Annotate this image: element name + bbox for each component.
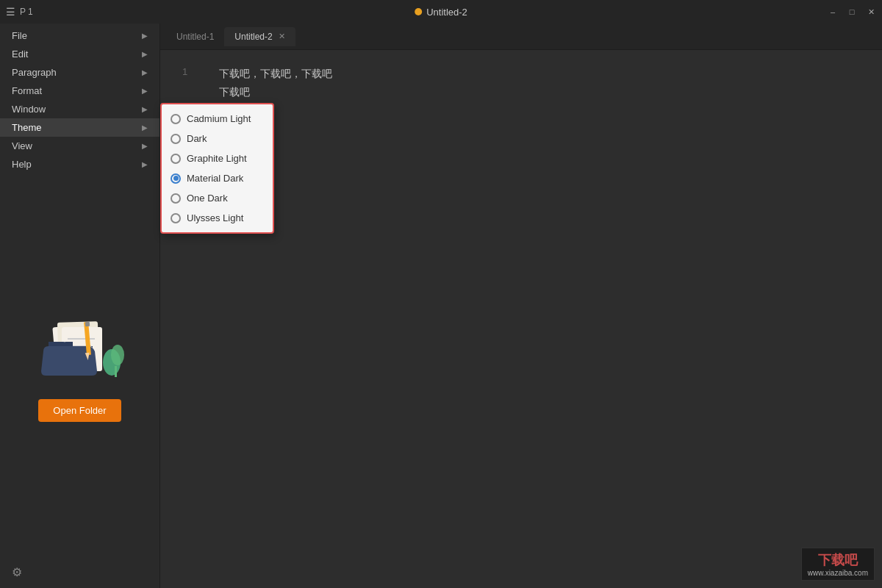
radio-one-dark [171, 193, 181, 204]
window-title-area: Untitled-2 [415, 7, 467, 18]
file-arrow-icon: ▶ [142, 32, 148, 40]
watermark-box: 下载吧 www.xiazaiba.com [801, 548, 875, 581]
view-arrow-icon: ▶ [142, 142, 148, 150]
menu-item-edit[interactable]: Edit ▶ [0, 45, 159, 63]
tab-bar: Untitled-1 Untitled-2 ✕ [160, 24, 882, 50]
format-arrow-icon: ▶ [142, 87, 148, 95]
title-dot [415, 8, 422, 15]
theme-submenu: Cadmium Light Dark Graphite Light Materi… [160, 103, 274, 234]
tab-1-label: Untitled-1 [176, 32, 214, 42]
menu-paragraph-label: Paragraph [12, 67, 57, 78]
editor-line-1: 下载吧，下载吧，下载吧 [219, 65, 838, 83]
tab-untitled-2[interactable]: Untitled-2 ✕ [224, 27, 295, 46]
menu-item-window[interactable]: Window ▶ [0, 100, 159, 118]
radio-material-dark [171, 173, 181, 184]
maximize-button[interactable]: □ [847, 7, 857, 17]
menu-item-help[interactable]: Help ▶ [0, 155, 159, 173]
window-title: Untitled-2 [426, 7, 467, 18]
editor-line-2: 下载吧 [219, 83, 838, 101]
theme-option-graphite-light[interactable]: Graphite Light [162, 148, 273, 168]
menu-item-paragraph[interactable]: Paragraph ▶ [0, 63, 159, 82]
main-layout: File ▶ Edit ▶ Paragraph ▶ Format ▶ Windo… [0, 24, 882, 588]
folder-illustration [32, 311, 128, 384]
theme-option-cadmium-light[interactable]: Cadmium Light [162, 109, 273, 129]
tab-2-close-icon[interactable]: ✕ [279, 32, 285, 41]
menu-format-label: Format [12, 85, 42, 96]
app-name: P 1 [20, 7, 33, 17]
theme-option-one-dark[interactable]: One Dark [162, 188, 273, 208]
app-name-area: ☰ P 1 [6, 6, 33, 18]
radio-ulysses-light [171, 213, 181, 223]
menu-file-label: File [12, 30, 27, 41]
theme-one-dark-label: One Dark [187, 193, 228, 204]
menu-bar: File ▶ Edit ▶ Paragraph ▶ Format ▶ Windo… [0, 24, 159, 176]
menu-item-format[interactable]: Format ▶ [0, 82, 159, 100]
minimize-button[interactable]: – [828, 7, 838, 17]
settings-icon[interactable]: ⚙ [12, 565, 22, 579]
tab-untitled-1[interactable]: Untitled-1 [166, 27, 224, 46]
open-folder-button[interactable]: Open Folder [38, 399, 121, 422]
svg-point-1 [111, 345, 124, 365]
menu-item-theme[interactable]: Theme ▶ [0, 118, 159, 137]
watermark-url: www.xiazaiba.com [808, 569, 868, 577]
edit-arrow-icon: ▶ [142, 50, 148, 58]
theme-dark-label: Dark [187, 133, 207, 144]
watermark-text: 下载吧 [818, 551, 858, 569]
menu-help-label: Help [12, 159, 32, 170]
svg-rect-2 [115, 366, 117, 377]
radio-graphite-light [171, 154, 181, 164]
menu-theme-label: Theme [12, 122, 41, 133]
title-bar: ☰ P 1 Untitled-2 – □ ✕ [0, 0, 882, 24]
theme-graphite-light-label: Graphite Light [187, 153, 247, 164]
radio-dark [171, 134, 181, 144]
radio-cadmium-light [171, 114, 181, 124]
sidebar-footer: ⚙ [0, 556, 159, 588]
menu-view-label: View [12, 140, 32, 151]
menu-edit-label: Edit [12, 49, 28, 60]
theme-material-dark-label: Material Dark [187, 173, 243, 184]
theme-option-material-dark[interactable]: Material Dark [162, 168, 273, 188]
theme-arrow-icon: ▶ [142, 123, 148, 132]
help-arrow-icon: ▶ [142, 160, 148, 168]
theme-option-ulysses-light[interactable]: Ulysses Light [162, 208, 273, 228]
menu-window-label: Window [12, 104, 46, 115]
window-arrow-icon: ▶ [142, 105, 148, 113]
theme-cadmium-light-label: Cadmium Light [187, 113, 251, 124]
menu-item-file[interactable]: File ▶ [0, 26, 159, 45]
svg-rect-11 [85, 322, 90, 327]
line-number-1: 1 [182, 66, 187, 77]
sidebar: File ▶ Edit ▶ Paragraph ▶ Format ▶ Windo… [0, 24, 160, 588]
window-controls: – □ ✕ [828, 7, 876, 17]
watermark: 下载吧 www.xiazaiba.com [801, 548, 875, 581]
sidebar-content: Open Folder [0, 176, 159, 556]
editor-text: 下载吧，下载吧，下载吧 下载吧 [219, 65, 838, 101]
tab-2-label: Untitled-2 [234, 32, 272, 42]
theme-option-dark[interactable]: Dark [162, 129, 273, 148]
menu-icon: ☰ [6, 6, 15, 18]
menu-item-view[interactable]: View ▶ [0, 137, 159, 155]
theme-ulysses-light-label: Ulysses Light [187, 212, 243, 223]
close-button[interactable]: ✕ [866, 7, 876, 17]
paragraph-arrow-icon: ▶ [142, 68, 148, 76]
